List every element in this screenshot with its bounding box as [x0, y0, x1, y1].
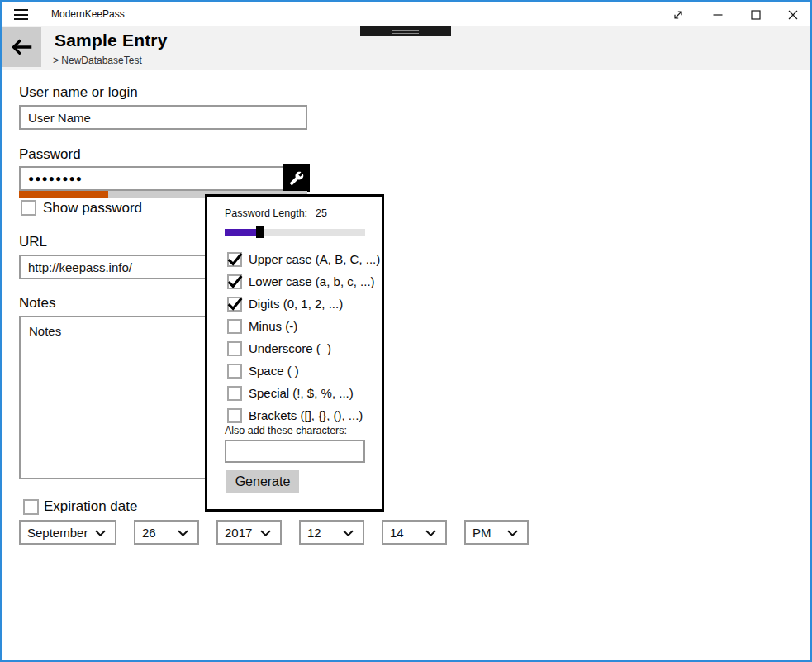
option-label: Minus (-) — [249, 319, 297, 333]
page-title: Sample Entry — [55, 31, 168, 50]
month-value: September — [27, 526, 88, 540]
day-value: 26 — [142, 526, 156, 540]
minimize-icon — [712, 9, 724, 21]
chevron-down-icon — [507, 530, 518, 536]
title-bar: ModernKeePass — [2, 2, 810, 26]
ampm-combobox[interactable]: PM — [464, 520, 529, 545]
hour-value: 12 — [307, 526, 321, 540]
checkmark-icon — [227, 251, 243, 267]
year-value: 2017 — [225, 526, 252, 540]
password-length-value: 25 — [316, 207, 327, 219]
option-special[interactable]: Special (!, $, %, ...) — [227, 382, 380, 404]
option-label: Upper case (A, B, C, ...) — [249, 252, 380, 266]
username-input[interactable] — [19, 105, 307, 130]
chevron-down-icon — [178, 530, 188, 536]
chevron-down-icon — [343, 530, 354, 536]
option-space[interactable]: Space ( ) — [227, 360, 380, 382]
password-length-slider[interactable] — [225, 229, 365, 236]
option-upper-case[interactable]: Upper case (A, B, C, ...) — [227, 248, 380, 270]
password-input[interactable] — [19, 166, 307, 191]
option-brackets[interactable]: Brackets ([], {}, (), ...) — [227, 404, 380, 426]
checkbox[interactable] — [227, 297, 242, 312]
password-label: Password — [19, 146, 81, 163]
extra-characters-input[interactable] — [225, 440, 365, 463]
option-label: Lower case (a, b, c, ...) — [249, 274, 375, 288]
year-combobox[interactable]: 2017 — [216, 520, 282, 545]
chevron-down-icon — [425, 530, 436, 536]
expiration-label: Expiration date — [44, 498, 137, 515]
expiration-checkbox[interactable] — [23, 499, 39, 515]
month-combobox[interactable]: September — [19, 520, 116, 545]
hour-combobox[interactable]: 12 — [299, 520, 364, 545]
back-button[interactable] — [2, 27, 41, 67]
checkbox[interactable] — [227, 252, 242, 267]
show-password-checkbox[interactable] — [21, 200, 36, 216]
option-lower-case[interactable]: Lower case (a, b, c, ...) — [227, 270, 380, 293]
breadcrumb: > NewDatabaseTest — [53, 55, 142, 66]
password-generator-popup: Password Length: 25 Upper case (A, B, C,… — [205, 194, 384, 512]
fullscreen-icon — [672, 9, 684, 21]
maximize-icon — [750, 9, 762, 21]
option-label: Special (!, $, %, ...) — [249, 386, 354, 400]
checkbox[interactable] — [227, 364, 242, 379]
close-button[interactable] — [782, 4, 804, 26]
chevron-down-icon — [95, 530, 106, 536]
checkbox[interactable] — [227, 319, 242, 334]
checkmark-icon — [227, 296, 243, 312]
maximize-button[interactable] — [745, 4, 767, 26]
password-length-label: Password Length: — [225, 207, 307, 219]
day-combobox[interactable]: 26 — [134, 520, 199, 545]
password-generator-button[interactable] — [283, 164, 310, 192]
notes-label: Notes — [19, 295, 55, 312]
appbar-grabber[interactable] — [360, 26, 451, 36]
checkbox[interactable] — [227, 386, 242, 401]
minute-value: 14 — [390, 526, 404, 540]
slider-fill — [225, 229, 260, 236]
checkbox[interactable] — [227, 274, 242, 289]
app-window: ModernKeePass Sample — [0, 0, 812, 662]
page-header: Sample Entry > NewDatabaseTest — [2, 26, 810, 70]
option-label: Digits (0, 1, 2, ...) — [249, 297, 343, 311]
show-password-label: Show password — [43, 200, 142, 217]
option-label: Underscore (_) — [249, 341, 331, 355]
charset-options: Upper case (A, B, C, ...) Lower case (a,… — [227, 248, 380, 426]
also-add-label: Also add these characters: — [225, 425, 347, 436]
option-label: Brackets ([], {}, (), ...) — [249, 408, 363, 422]
option-label: Space ( ) — [249, 364, 299, 378]
ampm-value: PM — [472, 526, 491, 540]
password-strength-fill — [19, 191, 108, 198]
checkbox[interactable] — [227, 408, 242, 423]
back-arrow-icon — [10, 36, 33, 59]
hamburger-menu-icon[interactable] — [14, 9, 28, 20]
generate-button[interactable]: Generate — [226, 470, 299, 493]
username-label: User name or login — [19, 84, 138, 101]
close-icon — [787, 9, 799, 21]
chevron-down-icon — [260, 530, 271, 536]
checkbox[interactable] — [227, 341, 242, 356]
option-minus[interactable]: Minus (-) — [227, 315, 380, 337]
minimize-button[interactable] — [707, 4, 729, 26]
fullscreen-button[interactable] — [667, 4, 689, 26]
option-digits[interactable]: Digits (0, 1, 2, ...) — [227, 293, 380, 315]
url-label: URL — [19, 234, 47, 250]
wrench-icon — [289, 171, 304, 186]
minute-combobox[interactable]: 14 — [382, 520, 447, 545]
slider-thumb[interactable] — [256, 226, 264, 238]
app-title: ModernKeePass — [51, 2, 125, 26]
option-underscore[interactable]: Underscore (_) — [227, 337, 380, 360]
checkmark-icon — [227, 274, 243, 289]
